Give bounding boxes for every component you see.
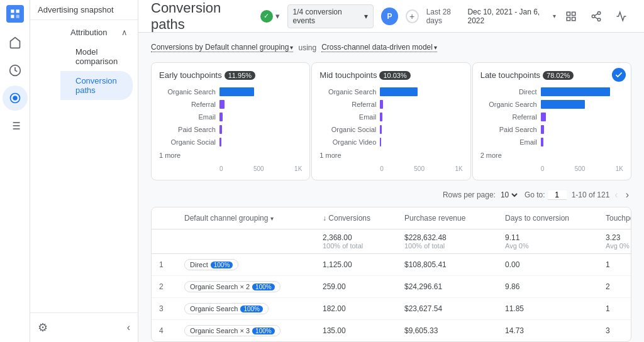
bar-fill: [541, 113, 546, 121]
page-title: Conversion paths: [151, 0, 253, 33]
channel-tag[interactable]: Organic Search × 3 100%: [184, 325, 280, 336]
add-button[interactable]: +: [406, 9, 419, 23]
row-days: 9.86: [505, 282, 606, 291]
mid-touchpoints-badge: 10.03%: [379, 71, 410, 80]
row-channel: Direct 100%: [184, 259, 323, 270]
mid-touchpoints-panel: Mid touchpoints 10.03% Organic Search Re…: [311, 62, 470, 180]
bar-row: Email: [480, 138, 623, 146]
trend-icon[interactable]: [611, 6, 631, 26]
row-conversions: 182.00: [323, 304, 404, 313]
app-title: Advertising snapshot: [38, 5, 114, 14]
channel-grouping-filter[interactable]: Conversions by Default channel grouping …: [151, 43, 293, 52]
recent-nav-icon[interactable]: [3, 58, 28, 83]
attribution-model-filter[interactable]: Cross-channel data-driven model ▾: [321, 43, 437, 52]
goto-input[interactable]: [548, 190, 567, 200]
early-touchpoints-chart: Organic Search Referral Email Paid Searc…: [159, 87, 302, 172]
bar-fill: [380, 113, 382, 121]
svg-point-18: [592, 14, 595, 18]
sidebar: Advertising snapshot Attribution ∧ Model…: [30, 0, 138, 342]
bar-row: Direct: [480, 87, 623, 96]
late-touchpoints-badge: 78.02%: [543, 71, 574, 80]
svg-line-21: [594, 13, 597, 15]
bar-row: Email: [159, 113, 302, 121]
sidebar-item-conversion-paths[interactable]: Conversion paths: [60, 71, 133, 100]
channel-tag[interactable]: Organic Search × 2 100%: [184, 281, 280, 292]
row-days: 0.00: [505, 260, 606, 269]
late-touchpoints-check[interactable]: [612, 68, 626, 82]
tag-badge: 100%: [211, 262, 233, 268]
header-touchpoints: Touchpoints to conversion: [606, 214, 631, 223]
row-channel: Organic Search 100%: [184, 303, 323, 314]
attribution-section-header: Attribution ∧: [60, 20, 138, 42]
bar-row: Referral: [319, 100, 462, 109]
app-logo: [6, 5, 24, 23]
channel-tag[interactable]: Direct 100%: [184, 259, 238, 270]
header-revenue: Purchase revenue: [404, 214, 505, 223]
bar-row: Organic Social: [159, 138, 302, 146]
mid-touchpoints-header: Mid touchpoints 10.03%: [319, 70, 462, 80]
svg-point-6: [13, 96, 17, 101]
total-conversions: 2,368.00 100% of total: [323, 233, 404, 250]
header-conversions[interactable]: ↓ Conversions: [323, 214, 404, 223]
early-touchpoints-panel: Early touchpoints 11.95% Organic Search …: [151, 62, 310, 180]
date-range-selector[interactable]: Last 28 days Dec 10, 2021 - Jan 6, 2022 …: [426, 8, 556, 25]
goto-page: Go to:: [525, 190, 567, 200]
bar-fill: [219, 87, 254, 96]
status-dropdown-arrow[interactable]: ▾: [275, 11, 280, 21]
svg-line-20: [594, 17, 597, 19]
tag-badge: 100%: [240, 306, 263, 312]
attribution-section-chevron[interactable]: ∧: [121, 28, 128, 37]
attribution-section-title: Attribution: [70, 28, 108, 37]
chart-view-icon[interactable]: [561, 6, 581, 26]
gear-icon[interactable]: ⚙: [38, 321, 48, 334]
table-row: 1 Direct 100% 1,125.00 $108,805.41 0.00 …: [152, 254, 631, 276]
row-number: 2: [159, 282, 184, 291]
early-touchpoints-label: Early touchpoints: [159, 70, 222, 80]
sidebar-bottom: ⚙ ‹: [30, 312, 138, 342]
bar-fill: [380, 87, 418, 96]
rows-per-page-select[interactable]: 10 25 50: [498, 190, 519, 200]
main-content: Conversion paths ✓ ▾ 1/4 conversion even…: [138, 0, 644, 342]
title-status: ✓ ▾: [260, 10, 280, 23]
early-touchpoints-header: Early touchpoints 11.95%: [159, 70, 302, 80]
svg-rect-3: [16, 15, 19, 18]
filter-bar: Conversions by Default channel grouping …: [151, 43, 631, 52]
row-conversions: 259.00: [323, 282, 404, 291]
svg-point-17: [597, 11, 601, 14]
bar-row: Organic Video: [319, 138, 462, 146]
page-navigation: 1-10 of 121 ‹ ›: [572, 188, 631, 202]
row-number: 4: [159, 326, 184, 335]
conversion-events-button[interactable]: 1/4 conversion events ▾: [287, 4, 374, 28]
attribution-nav-icon[interactable]: [3, 86, 28, 111]
reports-nav-icon[interactable]: [3, 113, 28, 138]
late-touchpoints-panel: Late touchpoints 78.02% Direct Organic S…: [472, 62, 631, 180]
topbar-right: Last 28 days Dec 10, 2021 - Jan 6, 2022 …: [426, 6, 631, 26]
more-rows: 2 more: [480, 150, 623, 159]
user-avatar-button[interactable]: P: [381, 8, 397, 25]
channel-tag[interactable]: Organic Search 100%: [184, 303, 269, 314]
page-range: 1-10 of 121: [572, 190, 610, 199]
collapse-sidebar-button[interactable]: ‹: [127, 322, 130, 333]
header-channel: Default channel grouping ▾: [184, 214, 323, 223]
table-header: Default channel grouping ▾ ↓ Conversions…: [152, 207, 631, 229]
next-page-button[interactable]: ›: [623, 188, 631, 202]
bar-row: Referral: [159, 100, 302, 109]
bar-fill: [219, 100, 225, 109]
prev-page-button[interactable]: ‹: [612, 188, 620, 202]
row-touchpoints-val: 3: [606, 326, 631, 335]
more-rows: 1 more: [319, 150, 462, 159]
row-touchpoints-val: 2: [606, 282, 631, 291]
chart-axis: 0 500 1K: [480, 165, 623, 172]
sidebar-content: Attribution ∧ Model comparison Conversio…: [60, 20, 138, 312]
sidebar-item-model-comparison[interactable]: Model comparison: [60, 42, 133, 71]
home-nav-icon[interactable]: [3, 30, 28, 55]
bar-fill: [219, 113, 223, 121]
status-indicator: ✓: [260, 10, 273, 23]
bar-row: Paid Search: [480, 125, 623, 134]
chart-axis: 0 500 1K: [319, 165, 462, 172]
row-channel: Organic Search × 3 100%: [184, 325, 323, 336]
share-icon[interactable]: [586, 6, 606, 26]
bar-row: Organic Search: [319, 87, 462, 96]
table-totals-row: 2,368.00 100% of total $228,632.48 100% …: [152, 229, 631, 254]
svg-rect-16: [572, 17, 575, 20]
